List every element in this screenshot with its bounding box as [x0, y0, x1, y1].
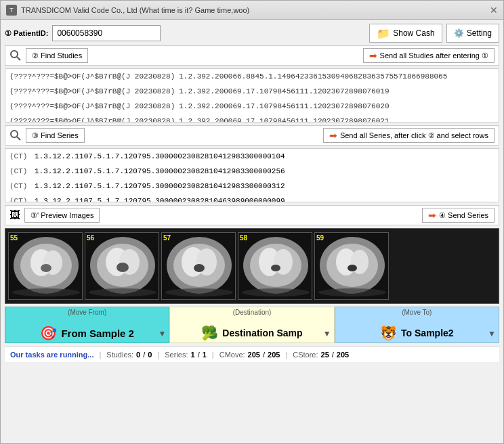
- svg-line-3: [17, 137, 20, 140]
- ct-thumbnail-56[interactable]: 56: [85, 232, 159, 300]
- table-row[interactable]: (????^???=$B@>OF(J^$B7rB@(J 20230828) 1.…: [5, 99, 499, 114]
- destination-text: Destination Samp: [222, 328, 302, 338]
- move-row: (Move From) 🎯 From Sample 2 ▼ (Destinati…: [5, 307, 499, 343]
- preview-bar: 🖼 ③' Preview Images ➡ ④ Send Series: [5, 205, 499, 225]
- find-series-button[interactable]: ③ Find Series: [26, 128, 85, 143]
- svg-point-23: [194, 264, 205, 272]
- move-to-panel[interactable]: (Move To) 🐯 To Sample2 ▼: [335, 307, 499, 343]
- send-all-series-button[interactable]: ➡ Send all Series, after click ② and sel…: [323, 128, 495, 143]
- folder-icon: 📁: [377, 27, 390, 40]
- ct-thumbnail-57[interactable]: 57: [161, 232, 236, 300]
- svg-point-0: [11, 51, 18, 58]
- move-from-arrow: ▼: [158, 329, 166, 338]
- svg-point-9: [41, 264, 51, 272]
- gear-icon: ⚙️: [454, 28, 464, 38]
- series-list-panel[interactable]: (CT) 1.3.12.2.1107.5.1.7.120795.30000023…: [5, 148, 499, 202]
- svg-point-37: [348, 265, 357, 271]
- move-to-content: 🐯 To Sample2: [380, 325, 454, 341]
- table-row[interactable]: (????^???=$B@>OF(J^$B7rB@(J 20230828) 1.…: [5, 69, 499, 84]
- svg-point-31: [242, 288, 310, 296]
- arrow-right-icon: ➡: [369, 50, 377, 61]
- svg-point-16: [117, 263, 129, 272]
- main-content: ① PatientID: 📁 Show Cash ⚙️ Setting ② Fi: [1, 20, 503, 443]
- title-bar: T TRANSDICOM Valid Code Co., Ltd (What t…: [1, 1, 503, 20]
- search-series-icon: [9, 129, 22, 141]
- patient-id-label: ① PatientID:: [5, 29, 48, 38]
- move-from-panel[interactable]: (Move From) 🎯 From Sample 2 ▼: [5, 307, 169, 343]
- move-from-content: 🎯 From Sample 2: [40, 325, 134, 341]
- svg-point-30: [271, 265, 280, 271]
- destination-label: (Destination): [233, 309, 272, 316]
- move-to-label: (Move To): [402, 309, 432, 316]
- patient-row: ① PatientID: 📁 Show Cash ⚙️ Setting: [5, 24, 499, 43]
- patient-id-input[interactable]: [52, 25, 161, 41]
- move-to-icon: 🐯: [380, 325, 397, 341]
- table-row[interactable]: (CT) 1.3.12.2.1107.5.1.7.120795.30000023…: [5, 149, 499, 164]
- status-bar: Our tasks are running... | Studies: 0 / …: [5, 346, 499, 362]
- ct-thumbnail-58[interactable]: 58: [238, 232, 312, 300]
- destination-icon: 🥦: [201, 325, 218, 341]
- preview-images-button[interactable]: ③' Preview Images: [24, 208, 100, 223]
- svg-point-2: [11, 131, 18, 137]
- table-row[interactable]: (????^???=$B@>OF(J^$B7rB@(J 20230828) 1.…: [5, 84, 499, 99]
- move-to-arrow: ▼: [488, 329, 496, 338]
- image-strip-wrapper: 55 56: [5, 228, 499, 304]
- close-button[interactable]: ✕: [490, 5, 498, 16]
- send-series-button[interactable]: ➡ ④ Send Series: [422, 208, 495, 223]
- title-left: T TRANSDICOM Valid Code Co., Ltd (What t…: [6, 5, 249, 16]
- find-studies-bar: ② Find Studies ➡ Send all Studies after …: [5, 45, 499, 66]
- svg-point-17: [89, 288, 156, 296]
- move-from-icon: 🎯: [40, 325, 57, 341]
- move-to-text: To Sample2: [401, 328, 454, 338]
- svg-point-10: [12, 288, 80, 296]
- search-icon: [9, 49, 22, 62]
- destination-panel[interactable]: (Destination) 🥦 Destination Samp ▼: [169, 307, 334, 343]
- app-icon: T: [6, 5, 17, 16]
- svg-point-38: [318, 288, 386, 296]
- svg-point-24: [165, 288, 233, 296]
- arrow-series-icon: ➡: [329, 130, 337, 141]
- move-from-text: From Sample 2: [61, 328, 134, 339]
- find-series-bar: ③ Find Series ➡ Send all Series, after c…: [5, 125, 499, 146]
- table-row[interactable]: (CT) 1.3.12.2.1107.5.1.7.120795.30000023…: [5, 164, 499, 179]
- setting-button[interactable]: ⚙️ Setting: [446, 24, 499, 43]
- main-window: T TRANSDICOM Valid Code Co., Ltd (What t…: [0, 0, 504, 444]
- ct-thumbnail-55[interactable]: 55: [8, 232, 83, 300]
- status-cmove: CMove: 205 / 205: [219, 351, 280, 359]
- status-studies: Studies: 0 / 0: [106, 351, 152, 359]
- preview-icon: 🖼: [9, 209, 20, 221]
- status-running-text: Our tasks are running...: [10, 351, 93, 359]
- table-row[interactable]: (CT) 1.3.12.2.1107.5.1.7.120795.30000023…: [5, 179, 499, 194]
- arrow-send-icon: ➡: [428, 210, 436, 221]
- ct-thumbnail-59[interactable]: 59: [314, 232, 389, 300]
- status-cstore: CStore: 25 / 205: [293, 351, 349, 359]
- image-strip[interactable]: 55 56: [5, 229, 499, 303]
- find-studies-button[interactable]: ② Find Studies: [26, 48, 88, 63]
- table-row[interactable]: (CT) 1.3.12.2.1107.5.1.7.120795.30000023…: [5, 194, 499, 202]
- show-cash-button[interactable]: 📁 Show Cash: [369, 24, 442, 43]
- destination-content: 🥦 Destination Samp: [201, 325, 302, 341]
- window-title: TRANSDICOM Valid Code Co., Ltd (What tim…: [21, 6, 249, 14]
- svg-line-1: [17, 57, 20, 60]
- move-from-label: (Move From): [68, 309, 106, 316]
- destination-arrow: ▼: [323, 329, 331, 338]
- status-series: Series: 1 / 1: [165, 351, 207, 359]
- studies-list-panel[interactable]: (????^???=$B@>OF(J^$B7rB@(J 20230828) 1.…: [5, 68, 499, 123]
- table-row[interactable]: (????^???=$B@>OF(J^$B7rB@(J 20230828) 1.…: [5, 114, 499, 123]
- send-all-studies-button[interactable]: ➡ Send all Studies after entering ①: [363, 48, 495, 63]
